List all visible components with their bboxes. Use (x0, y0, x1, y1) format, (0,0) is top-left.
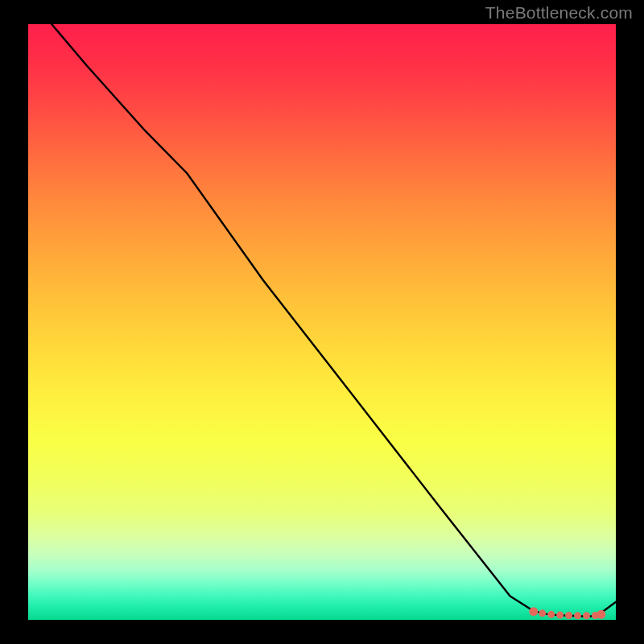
dotted-segment (529, 607, 605, 619)
curve-line (52, 24, 616, 617)
marker-dot (583, 612, 590, 619)
marker-dot (547, 611, 555, 618)
marker-dot (539, 609, 546, 617)
chart-frame: TheBottleneck.com (0, 0, 644, 644)
watermark-text: TheBottleneck.com (485, 3, 633, 23)
marker-dot (529, 607, 538, 616)
marker-dot (597, 610, 605, 619)
chart-overlay (28, 24, 616, 620)
marker-dot (574, 612, 581, 619)
marker-dot (556, 612, 564, 619)
marker-dot (565, 612, 572, 619)
